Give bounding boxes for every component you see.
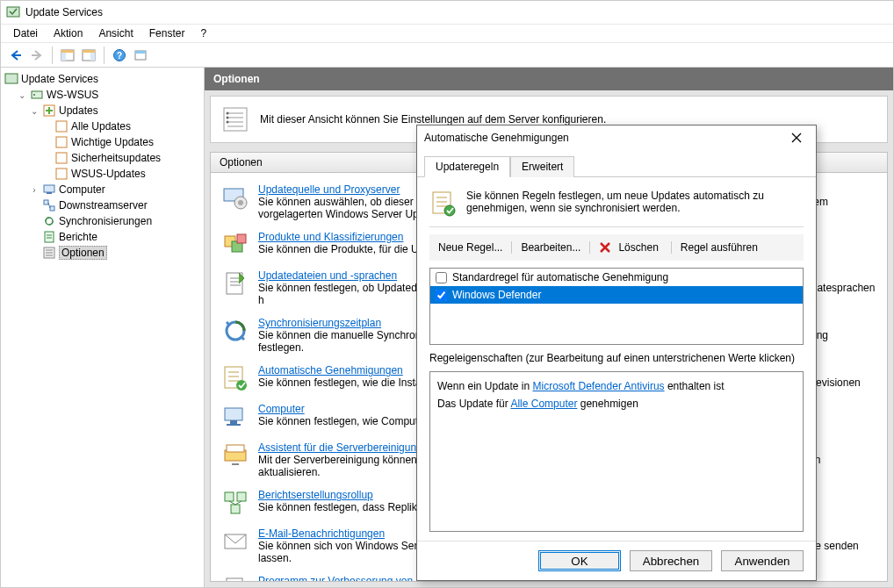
svg-text:?: ? [117, 51, 122, 61]
tree-updates-all[interactable]: Alle Updates [3, 118, 202, 134]
tree-reports[interactable]: Berichte [3, 229, 202, 245]
option-icon [221, 441, 249, 470]
tree-server[interactable]: ⌄WS-WSUS [3, 87, 202, 103]
menu-datei[interactable]: Datei [6, 25, 45, 41]
delete-rule-button[interactable]: Löschen [595, 238, 665, 257]
rule-row[interactable]: Standardregel für automatische Genehmigu… [430, 269, 803, 286]
rule-label: Standardregel für automatische Genehmigu… [452, 271, 668, 283]
tree-updates-label: Updates [59, 104, 98, 117]
panel-icon [61, 48, 75, 62]
svg-rect-18 [56, 169, 67, 179]
twisty-icon[interactable]: ⌄ [29, 105, 40, 116]
svg-rect-46 [231, 505, 240, 513]
server-icon [30, 88, 44, 102]
run-rule-button[interactable]: Regel ausführen [677, 240, 761, 255]
svg-rect-19 [44, 185, 54, 192]
computer-icon [42, 183, 56, 197]
rules-icon [429, 190, 458, 218]
tree-updates-important[interactable]: Wichtige Updates [3, 134, 202, 150]
dialog-close-button[interactable] [784, 127, 809, 148]
server-icon [4, 72, 18, 86]
dialog-buttons: OK Abbrechen Anwenden [417, 541, 816, 580]
option-icon [221, 403, 249, 431]
svg-point-31 [238, 200, 243, 205]
rule-checkbox[interactable] [436, 272, 447, 283]
dialog-tabs: Updateregeln Erweitert [417, 150, 816, 177]
tab-advanced[interactable]: Erweitert [510, 156, 574, 177]
svg-rect-22 [50, 206, 54, 211]
tree-options[interactable]: Optionen [3, 245, 202, 261]
rule-checkbox[interactable] [436, 290, 447, 301]
option-icon [221, 527, 249, 556]
downstream-icon [42, 198, 56, 212]
edit-rule-button[interactable]: Bearbeiten... [517, 240, 584, 255]
svg-point-38 [236, 380, 247, 391]
ok-button[interactable]: OK [538, 550, 621, 571]
show-hide-action-button[interactable] [79, 46, 98, 65]
rule-link-classification[interactable]: Microsoft Defender Antivirus [533, 380, 665, 392]
menu-aktion[interactable]: Aktion [47, 25, 90, 41]
navigation-tree[interactable]: Update Services ⌄WS-WSUS ⌄Updates Alle U… [1, 68, 205, 587]
option-icon [221, 231, 249, 259]
new-rule-button[interactable]: Neue Regel... [435, 240, 506, 255]
tree-root[interactable]: Update Services [3, 71, 202, 87]
svg-rect-3 [61, 53, 66, 61]
report-icon [42, 230, 56, 244]
tree-updates-security[interactable]: Sicherheitsupdates [3, 150, 202, 166]
menubar: Datei Aktion Ansicht Fenster ? [1, 24, 893, 43]
update-icon [54, 135, 68, 149]
window-icon [133, 48, 148, 62]
rule-row[interactable]: Windows Defender [430, 286, 803, 304]
options-icon [42, 246, 56, 260]
help-button[interactable]: ? [110, 46, 129, 65]
svg-rect-12 [32, 91, 42, 98]
svg-rect-10 [135, 51, 146, 54]
arrow-right-icon [30, 48, 44, 62]
svg-point-27 [227, 117, 229, 119]
twisty-icon[interactable]: ⌄ [17, 90, 27, 100]
main-description: Mit dieser Ansicht können Sie Einstellun… [260, 113, 606, 125]
svg-rect-2 [61, 50, 74, 53]
show-hide-tree-button[interactable] [58, 46, 77, 65]
svg-rect-40 [230, 420, 237, 424]
svg-rect-15 [56, 121, 67, 132]
rule-link-group[interactable]: Alle Computer [510, 398, 577, 410]
apply-button[interactable]: Anwenden [721, 550, 804, 571]
menu-fenster[interactable]: Fenster [142, 25, 192, 41]
tree-server-label: WS-WSUS [47, 89, 98, 101]
svg-rect-20 [47, 192, 52, 194]
tree-sync[interactable]: Synchronisierungen [3, 213, 202, 229]
rules-toolbar: Neue Regel... Bearbeiten... Löschen Rege… [429, 234, 804, 261]
twisty-icon[interactable]: › [29, 184, 40, 195]
tree-downstream[interactable]: Downstreamserver [3, 197, 202, 213]
cancel-button[interactable]: Abbrechen [630, 550, 712, 571]
tab-update-rules[interactable]: Updateregeln [424, 156, 510, 177]
svg-rect-11 [5, 74, 18, 83]
svg-rect-44 [225, 492, 234, 501]
svg-rect-25 [224, 108, 247, 131]
svg-point-28 [227, 121, 229, 124]
toolbar: ? [1, 43, 893, 68]
menu-help[interactable]: ? [193, 25, 213, 41]
auto-approvals-dialog: Automatische Genehmigungen Updateregeln … [416, 125, 817, 581]
svg-rect-41 [227, 424, 241, 426]
window-title: Update Services [25, 6, 103, 18]
svg-rect-45 [237, 492, 246, 501]
update-icon [54, 151, 68, 165]
tree-computer[interactable]: ›Computer [3, 182, 202, 197]
menu-ansicht[interactable]: Ansicht [91, 25, 140, 41]
nav-forward-button[interactable] [27, 46, 47, 65]
svg-point-26 [227, 112, 229, 115]
nav-back-button[interactable] [6, 46, 25, 65]
rules-list[interactable]: Standardregel für automatische Genehmigu… [429, 268, 804, 345]
new-window-button[interactable] [131, 46, 150, 65]
panel2-icon [82, 48, 96, 62]
tree-updates-wsus[interactable]: WSUS-Updates [3, 166, 202, 182]
option-icon [221, 489, 249, 517]
option-icon [221, 269, 249, 298]
rule-label: Windows Defender [452, 289, 541, 301]
close-icon [791, 133, 802, 143]
option-icon [221, 364, 249, 392]
tree-updates[interactable]: ⌄Updates [3, 103, 202, 118]
svg-rect-5 [83, 50, 95, 53]
